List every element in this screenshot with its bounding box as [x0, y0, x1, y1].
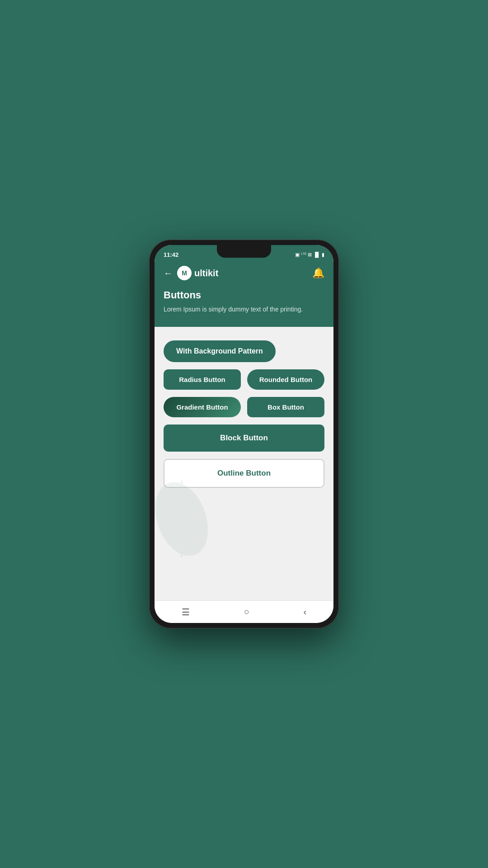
app-name: ultikit	[194, 268, 218, 278]
main-content: With Background Pattern Radius Button Ro…	[155, 327, 333, 600]
hero-section: Buttons Lorem Ipsum is simply dummy text…	[155, 289, 333, 327]
notch	[217, 245, 271, 258]
phone-screen: 11:42 ▣ ᴸᵀᴱ ⊠ ▐▌ ▮ ← M ultikit 🔔 Buttons…	[155, 245, 333, 623]
block-button[interactable]: Block Button	[164, 425, 324, 452]
status-time: 11:42	[164, 251, 178, 258]
svg-line-3	[161, 505, 182, 519]
notification-bell-icon[interactable]: 🔔	[312, 267, 324, 279]
btn-row-block: Block Button	[164, 425, 324, 452]
box-button[interactable]: Box Button	[247, 397, 324, 417]
header-left: ← M ultikit	[164, 266, 218, 280]
bottom-nav: ☰ ○ ‹	[155, 600, 333, 623]
logo-initial: M	[182, 269, 187, 277]
svg-point-0	[155, 475, 218, 563]
radius-button[interactable]: Radius Button	[164, 369, 241, 390]
btn-row-bg-pattern: With Background Pattern	[164, 340, 324, 362]
signal-icons: ▣ ᴸᵀᴱ ⊠ ▐▌ ▮	[295, 252, 324, 258]
logo-icon: M	[177, 266, 192, 280]
page-title: Buttons	[164, 289, 324, 301]
app-header: ← M ultikit 🔔	[155, 261, 333, 289]
phone-frame: 11:42 ▣ ᴸᵀᴱ ⊠ ▐▌ ▮ ← M ultikit 🔔 Buttons…	[149, 240, 339, 628]
btn-row-outline: Outline Button	[164, 459, 324, 488]
back-nav-icon[interactable]: ‹	[303, 607, 306, 617]
btn-row-gradient-box: Gradient Button Box Button	[164, 397, 324, 417]
logo-container: M ultikit	[177, 266, 218, 280]
with-background-pattern-button[interactable]: With Background Pattern	[164, 340, 276, 362]
status-icons: ▣ ᴸᵀᴱ ⊠ ▐▌ ▮	[295, 252, 324, 258]
back-button[interactable]: ←	[164, 268, 173, 278]
rounded-button[interactable]: Rounded Button	[247, 369, 324, 390]
outline-button[interactable]: Outline Button	[164, 459, 324, 488]
gradient-button[interactable]: Gradient Button	[164, 397, 241, 417]
svg-line-4	[168, 498, 182, 509]
btn-row-radius-rounded: Radius Button Rounded Button	[164, 369, 324, 390]
svg-line-2	[164, 512, 182, 529]
menu-nav-icon[interactable]: ☰	[182, 607, 190, 618]
page-description: Lorem Ipsum is simply dummy text of the …	[164, 305, 324, 314]
home-nav-icon[interactable]: ○	[244, 607, 249, 617]
